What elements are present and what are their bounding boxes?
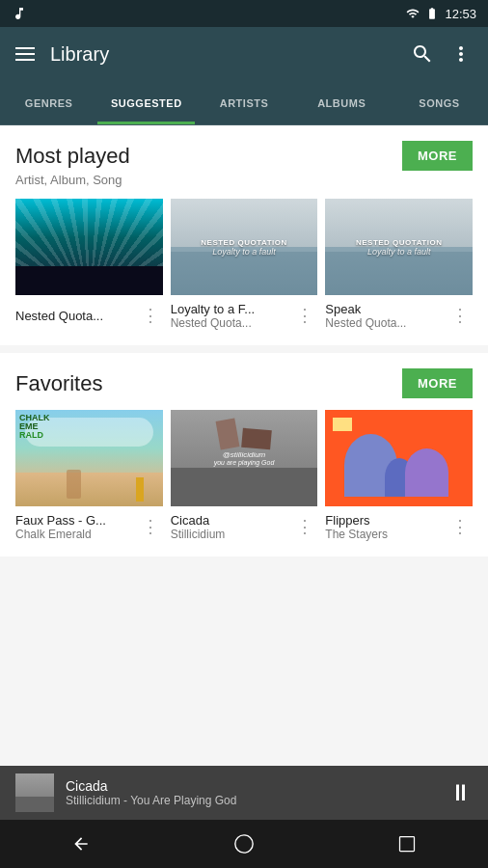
svg-point-0 <box>235 835 253 853</box>
card-2-info: Loyalty to a F... Nested Quota... ⋮ <box>171 295 318 334</box>
now-playing-thumbnail <box>15 773 54 812</box>
tab-suggested[interactable]: SUGGESTED <box>97 81 195 124</box>
more-vert-icon <box>449 42 473 66</box>
menu-button[interactable] <box>15 47 35 61</box>
card-2-more-button[interactable]: ⋮ <box>292 301 317 330</box>
most-played-section: Most played MORE Artist, Album, Song Nes… <box>0 125 488 345</box>
search-button[interactable] <box>411 42 434 66</box>
most-played-card-2[interactable]: NESTED QUOTATION Loyalty to a fault Loya… <box>171 199 318 334</box>
fav-3-more-button[interactable]: ⋮ <box>447 512 473 541</box>
card-2-album: Loyalty to a fault <box>201 247 286 257</box>
status-time: 12:53 <box>445 7 476 21</box>
card-1-artwork <box>15 199 163 295</box>
search-icon <box>411 42 434 66</box>
favorites-section: Favorites MORE CHALK EME RALD <box>0 353 488 556</box>
recents-icon <box>397 834 417 854</box>
favorites-header: Favorites MORE <box>15 368 473 398</box>
tab-albums[interactable]: ALBUMS <box>293 81 391 124</box>
favorites-card-2[interactable]: @stillicidium you are playing God Cicada… <box>171 410 318 545</box>
most-played-more-button[interactable]: MORE <box>402 141 473 171</box>
status-bar-left <box>12 0 27 27</box>
card-3-artwork: NESTED QUOTATION Loyalty to a fault <box>325 199 473 295</box>
card-2-artwork: NESTED QUOTATION Loyalty to a fault <box>171 199 318 295</box>
card-3-text: Speak Nested Quota... <box>325 302 447 330</box>
favorites-card-3[interactable]: Flippers The Stayers ⋮ <box>325 410 473 545</box>
svg-rect-1 <box>399 837 414 852</box>
now-playing-artwork <box>15 773 54 812</box>
fav-1-info: Faux Pass - G... Chalk Emerald ⋮ <box>15 506 163 545</box>
fav-3-title: Flippers <box>325 513 447 528</box>
app-title: Library <box>50 43 395 66</box>
pause-button[interactable]: ⏸ <box>449 779 473 806</box>
fav-2-title: Cicada <box>171 513 293 528</box>
favorites-more-button[interactable]: MORE <box>402 368 473 398</box>
most-played-title: Most played <box>15 144 130 169</box>
home-button[interactable] <box>220 820 268 868</box>
tab-genres[interactable]: GENRES <box>0 81 97 124</box>
battery-icon <box>424 7 440 20</box>
favorites-card-1[interactable]: CHALK EME RALD Faux Pass - G... Chalk Em… <box>15 410 163 545</box>
back-button[interactable] <box>57 820 105 868</box>
recents-button[interactable] <box>383 820 431 868</box>
fav-3-info: Flippers The Stayers ⋮ <box>325 506 473 545</box>
fav-1-artist: Chalk Emerald <box>15 528 138 541</box>
card-3-more-button[interactable]: ⋮ <box>447 301 473 330</box>
now-playing-info: Cicada Stillicidium - You Are Playing Go… <box>66 778 438 807</box>
status-bar: 12:53 <box>0 0 488 27</box>
card-3-band: NESTED QUOTATION <box>356 238 442 247</box>
card-1-more-button[interactable]: ⋮ <box>138 301 163 330</box>
fav-1-more-button[interactable]: ⋮ <box>138 512 163 541</box>
most-played-cards: Nested Quota... ⋮ NESTED QUOTATION Loyal… <box>15 199 473 334</box>
music-note-icon <box>12 6 27 21</box>
tab-artists[interactable]: ARTISTS <box>195 81 292 124</box>
now-playing-bar: Cicada Stillicidium - You Are Playing Go… <box>0 766 488 820</box>
most-played-header: Most played MORE <box>15 141 473 171</box>
card-1-title: Nested Quota... <box>15 309 138 323</box>
fav-1-chalk-text: CHALK EME RALD <box>19 414 50 440</box>
home-icon <box>233 833 255 854</box>
favorites-cards: CHALK EME RALD Faux Pass - G... Chalk Em… <box>15 410 473 545</box>
card-3-title: Speak <box>325 302 447 316</box>
card-1-text: Nested Quota... <box>15 309 138 323</box>
tab-songs[interactable]: SONGS <box>391 81 488 124</box>
now-playing-subtitle: Stillicidium - You Are Playing God <box>66 794 438 807</box>
main-content: Most played MORE Artist, Album, Song Nes… <box>0 125 488 766</box>
fav-3-artist: The Stayers <box>325 528 447 541</box>
card-2-band: NESTED QUOTATION <box>201 238 286 247</box>
most-played-card-1[interactable]: Nested Quota... ⋮ <box>15 199 163 334</box>
favorites-title: Favorites <box>15 371 102 396</box>
most-played-subtitle: Artist, Album, Song <box>15 173 473 187</box>
fav-3-text: Flippers The Stayers <box>325 513 447 541</box>
fav-2-artist: Stillicidium <box>171 528 293 541</box>
hamburger-icon <box>15 47 35 61</box>
card-3-artist: Nested Quota... <box>325 316 447 330</box>
status-icons: 12:53 <box>406 7 476 21</box>
fav-2-more-button[interactable]: ⋮ <box>292 512 317 541</box>
fav-2-text-overlay: @stillicidium you are playing God <box>214 450 275 466</box>
card-1-info: Nested Quota... ⋮ <box>15 295 163 334</box>
fav-2-text: Cicada Stillicidium <box>171 513 293 541</box>
card-2-title: Loyalty to a F... <box>171 302 293 316</box>
fav-3-artwork <box>325 410 473 506</box>
fav-2-info: Cicada Stillicidium ⋮ <box>171 506 318 545</box>
card-3-album: Loyalty to a fault <box>356 247 442 257</box>
now-playing-title: Cicada <box>66 778 438 794</box>
more-options-button[interactable] <box>449 42 473 66</box>
app-bar: Library <box>0 27 488 81</box>
fav-1-title: Faux Pass - G... <box>15 513 138 528</box>
fav-1-text: Faux Pass - G... Chalk Emerald <box>15 513 138 541</box>
card-3-info: Speak Nested Quota... ⋮ <box>325 295 473 334</box>
nav-bar <box>0 820 488 868</box>
back-icon <box>71 834 91 854</box>
fav-1-artwork: CHALK EME RALD <box>15 410 163 506</box>
card-2-artist: Nested Quota... <box>171 316 293 330</box>
card-2-text: Loyalty to a F... Nested Quota... <box>171 302 293 330</box>
most-played-card-3[interactable]: NESTED QUOTATION Loyalty to a fault Spea… <box>325 199 473 334</box>
signal-icon <box>406 7 420 20</box>
tabs-bar: GENRES SUGGESTED ARTISTS ALBUMS SONGS <box>0 81 488 125</box>
fav-2-artwork: @stillicidium you are playing God <box>171 410 318 506</box>
